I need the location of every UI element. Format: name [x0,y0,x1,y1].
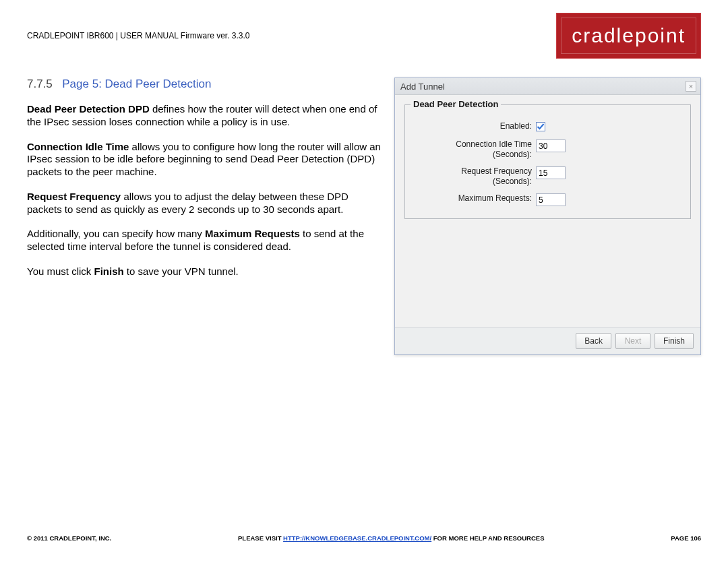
page-header: CRADLEPOINT IBR600 | USER MANUAL Firmwar… [27,0,701,57]
row-enabled: Enabled: [415,121,681,133]
idle-input[interactable] [536,139,566,152]
max-label: Maximum Requests: [415,193,536,204]
dialog-titlebar: Add Tunnel × [395,78,700,95]
term-idle: Connection Idle Time [27,141,129,152]
footer-right: PAGE 106 [671,534,701,542]
paragraph-idle: Connection Idle Time allows you to confi… [27,141,381,179]
fieldset-title: Dead Peer Detection [411,99,501,109]
idle-label: Connection Idle Time (Seconds): [415,139,536,160]
section-number: 7.7.5 [27,77,53,90]
paragraph-finish: You must click Finish to save your VPN t… [27,266,381,278]
dialog-title-text: Add Tunnel [400,82,445,92]
dialog-footer: Back Next Finish [395,327,700,354]
doc-title: CRADLEPOINT IBR600 | USER MANUAL Firmwar… [27,31,250,40]
freq-label: Request Frequency (Seconds): [415,166,536,187]
body-text: 7.7.5 Page 5: Dead Peer Detection Dead P… [27,77,388,355]
back-button[interactable]: Back [576,333,611,349]
logo-text: cradlepoint [572,24,686,46]
finish-button[interactable]: Finish [655,333,694,349]
dialog-body: Dead Peer Detection Enabled: Connection … [395,95,700,327]
term-freq: Request Frequency [27,191,121,202]
enabled-checkbox[interactable] [536,122,545,131]
check-icon [537,123,545,131]
row-freq: Request Frequency (Seconds): [415,166,681,187]
paragraph-max: Additionally, you can specify how many M… [27,228,381,253]
term-finish: Finish [94,266,124,277]
dpd-fieldset: Dead Peer Detection Enabled: Connection … [404,104,691,219]
max-input[interactable] [536,193,566,206]
freq-input[interactable] [536,166,566,179]
next-button[interactable]: Next [615,333,650,349]
footer-left: © 2011 CRADLEPOINT, INC. [27,534,111,542]
section-heading: 7.7.5 Page 5: Dead Peer Detection [27,77,381,91]
enabled-label: Enabled: [415,121,536,131]
paragraph-dpd: Dead Peer Detection DPD defines how the … [27,103,381,129]
logo: cradlepoint [556,13,701,59]
paragraph-freq: Request Frequency allows you to adjust t… [27,191,381,216]
term-max: Maximum Requests [205,228,300,239]
row-max: Maximum Requests: [415,193,681,206]
term-dpd: Dead Peer Detection DPD [27,103,150,115]
close-icon[interactable]: × [686,81,696,92]
footer-center: PLEASE VISIT HTTP://KNOWLEDGEBASE.CRADLE… [111,534,671,542]
add-tunnel-dialog: Add Tunnel × Dead Peer Detection Enabled… [394,77,701,355]
page-footer: © 2011 CRADLEPOINT, INC. PLEASE VISIT HT… [27,534,701,542]
section-title: Page 5: Dead Peer Detection [62,77,211,90]
row-idle: Connection Idle Time (Seconds): [415,139,681,160]
kb-link[interactable]: HTTP://KNOWLEDGEBASE.CRADLEPOINT.COM/ [283,534,431,542]
